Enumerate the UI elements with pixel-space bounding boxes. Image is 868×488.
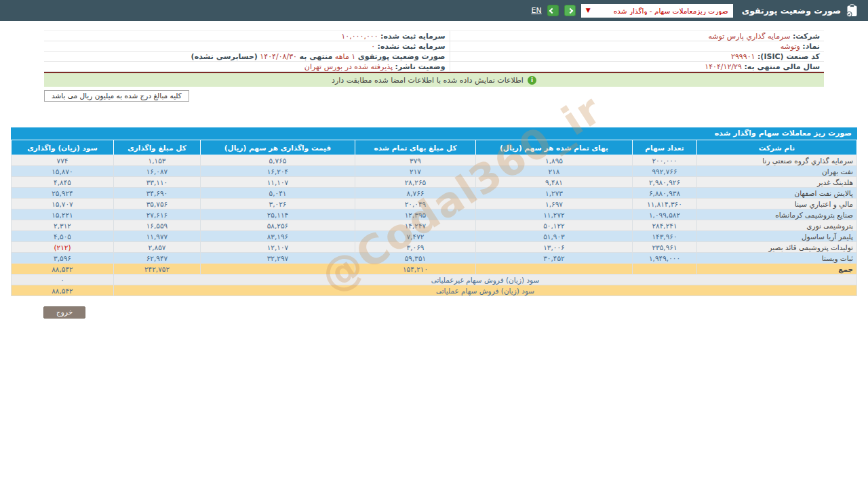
column-header: کل مبلغ بهای تمام شده <box>355 140 476 155</box>
row-label: سود (زیان) فروش سهام غیرعملیاتی <box>114 274 857 285</box>
value-cell: ۱۵,۲۲۱ <box>12 209 114 220</box>
row-label: سود (زیان) فروش سهام عملیاتی <box>114 285 857 296</box>
value-cell: ۹۹۲,۷۶۶ <box>633 166 697 177</box>
symbol-field: نماد: وتوشه <box>450 41 824 52</box>
value-cell: ۲۸,۲۶۵ <box>355 177 476 188</box>
value-cell: ۱۶,۲۰۴ <box>201 166 355 177</box>
value-cell: ۲۰,۰۴۹ <box>355 199 476 209</box>
signature-match-alert: i اطلاعات نمایش داده شده با اطلاعات امضا… <box>44 73 824 87</box>
value-cell: ۸۳,۱۹۶ <box>201 231 355 242</box>
value-cell: ۵,۰۴۱ <box>201 188 355 199</box>
total-transfer-cell: ۲۴۲,۷۵۲ <box>114 264 201 274</box>
field-value: ۰ <box>371 42 375 51</box>
value-cell: ۲,۸۵۷ <box>114 242 201 253</box>
table-header-row: نام شرکت تعداد سهام بهای تمام شده هر سهم… <box>12 140 857 155</box>
value-cell: ۱,۸۹۵ <box>476 155 633 166</box>
company-info-panel: شرکت: سرمایه گذاري پارس توشه سرمایه ثبت … <box>44 30 824 72</box>
value-cell: ۱,۰۹۹,۵۸۲ <box>633 209 697 220</box>
company-name-cell: هلدینگ غدیر <box>697 177 857 188</box>
operating-profit-row: سود (زیان) فروش سهام عملیاتی ۸۸,۵۴۲ <box>12 285 857 296</box>
value-cell: ۲۸۴,۲۴۱ <box>633 220 697 231</box>
total-gain-cell: ۸۸,۵۴۲ <box>12 264 114 274</box>
audit-status-label: (حسابرسی نشده) <box>191 52 258 61</box>
nav-back-button[interactable] <box>547 5 559 16</box>
value-cell: ۱,۱۵۳ <box>114 155 201 166</box>
exit-button[interactable]: خروج <box>43 306 85 319</box>
field-value: پذیرفته شده در بورس تهران <box>304 62 393 71</box>
value-cell: ۲,۹۸۰,۹۲۶ <box>633 177 697 188</box>
value-cell: ۵۹,۳۵۱ <box>355 253 476 264</box>
field-label: صورت وضعیت پورتفوی <box>358 52 446 61</box>
company-field: شرکت: سرمایه گذاري پارس توشه <box>450 31 824 41</box>
table-row: پتروشیمی نوری۲۸۴,۲۴۱۵۰,۱۲۲۱۴,۲۴۷۵۸,۲۵۶۱۶… <box>12 220 857 231</box>
info-row: سال مالی منتهی به: ۱۴۰۴/۱۲/۲۹ وضعیت ناشر… <box>44 62 824 72</box>
total-cost-cell: ۱۵۴,۲۱۰ <box>355 264 476 274</box>
value-cell: ۲,۳۱۲ <box>12 220 114 231</box>
caret-down-icon: ▼ <box>586 7 591 14</box>
value-cell: ۱۱,۲۷۲ <box>476 209 633 220</box>
column-header: نام شرکت <box>697 140 857 155</box>
value-cell: (۲۱۲) <box>12 242 114 253</box>
value-cell: ۳۰,۴۵۲ <box>476 253 633 264</box>
chevron-right-icon <box>568 7 573 13</box>
stock-table: نام شرکت تعداد سهام بهای تمام شده هر سهم… <box>11 140 857 296</box>
language-link[interactable]: EN <box>531 6 541 15</box>
field-label: سرمایه ثبت شده: <box>380 32 445 41</box>
stock-table-body: سرمایه گذاري گروه صنعتي رنا۲۰۰,۰۰۰۱,۸۹۵۳… <box>12 155 857 264</box>
field-label: شرکت: <box>793 32 820 41</box>
info-row: کد صنعت (ISIC): ۲۹۹۹۰۱ صورت وضعیت پورتفو… <box>44 52 824 62</box>
value-cell: ۲۵,۹۲۴ <box>12 188 114 199</box>
value-cell: ۱۱,۸۱۴,۳۶۰ <box>633 199 697 209</box>
value-cell: ۱۶,۰۸۷ <box>114 166 201 177</box>
column-header: کل مبلغ واگذاری <box>114 140 201 155</box>
field-value: ۲۹۹۹۰۱ <box>731 52 755 61</box>
value-cell: ۱۱,۹۷۷ <box>114 231 201 242</box>
value-cell: ۱,۶۹۷ <box>476 199 633 209</box>
company-name-cell: صنایع پتروشیمی کرمانشاه <box>697 209 857 220</box>
field-value: ۱۰,۰۰۰,۰۰۰ <box>341 32 378 41</box>
table-row: تولیدات پتروشیمی قائد بصیر۲۳۵,۹۶۱۱۳,۰۰۶۳… <box>12 242 857 253</box>
value-cell <box>201 264 355 274</box>
value-cell: ۲۱۷ <box>355 166 476 177</box>
value-cell: ۷,۴۷۲ <box>355 231 476 242</box>
value-cell: ۵۸,۲۵۶ <box>201 220 355 231</box>
value-cell: ۱۱,۱۰۷ <box>201 177 355 188</box>
column-header: تعداد سهام <box>633 140 697 155</box>
field-label: کد صنعت (ISIC): <box>757 52 820 61</box>
value-cell: ۵۰,۱۲۲ <box>476 220 633 231</box>
value-cell: ۵۱,۹۰۳ <box>476 231 633 242</box>
value-cell: ۱۲,۳۹۵ <box>355 209 476 220</box>
field-label: سال مالی منتهی به: <box>744 62 820 71</box>
total-row: جمع ۱۵۴,۲۱۰ ۲۴۲,۷۵۲ ۸۸,۵۴۲ <box>12 264 857 274</box>
value-cell: ۸,۷۶۶ <box>355 188 476 199</box>
period-end-date: ۱۴۰۴/۰۸/۳۰ <box>260 52 297 61</box>
info-icon: i <box>528 76 536 85</box>
table-row: سرمایه گذاري گروه صنعتي رنا۲۰۰,۰۰۰۱,۸۹۵۳… <box>12 155 857 166</box>
value-cell: ۱,۲۷۳ <box>476 188 633 199</box>
value-cell: ۲۷,۶۱۶ <box>114 209 201 220</box>
value-cell: ۷۷۴ <box>12 155 114 166</box>
fiscal-year-field: سال مالی منتهی به: ۱۴۰۴/۱۲/۲۹ <box>450 62 824 72</box>
field-label: وضعیت ناشر: <box>395 62 446 71</box>
nonoperating-profit-row: سود (زیان) فروش سهام غیرعملیاتی ۰ <box>12 274 857 285</box>
table-row: هلدینگ غدیر۲,۹۸۰,۹۲۶۹,۴۸۱۲۸,۲۶۵۱۱,۱۰۷۳۳,… <box>12 177 857 188</box>
clipboard-icon <box>846 4 858 17</box>
value-cell: ۲۳۵,۹۶۱ <box>633 242 697 253</box>
issuer-status-field: وضعیت ناشر: پذیرفته شده در بورس تهران <box>44 62 450 72</box>
value-cell: ۳,۰۲۶ <box>201 199 355 209</box>
period-value: ۱ ماهه <box>335 52 355 61</box>
table-row: صنایع پتروشیمی کرمانشاه۱,۰۹۹,۵۸۲۱۱,۲۷۲۱۲… <box>12 209 857 220</box>
value-cell: ۳,۵۹۶ <box>12 253 114 264</box>
value-cell: ۱۴۳,۹۶۰ <box>633 231 697 242</box>
report-type-select[interactable]: صورت ریزمعاملات سهام - واگذار شده ▼ <box>581 4 733 18</box>
value-cell: ۱۲,۱۰۷ <box>201 242 355 253</box>
value-cell: ۴,۵۰۵ <box>12 231 114 242</box>
nav-forward-button[interactable] <box>564 5 576 16</box>
value-cell <box>476 264 633 274</box>
value-cell: ۰ <box>12 274 114 285</box>
unit-note: کلیه مبالغ درج شده به میلیون ریال می باش… <box>44 90 189 102</box>
column-header: سود (زیان) واگذاری <box>12 140 114 155</box>
value-cell: ۵,۷۶۵ <box>201 155 355 166</box>
field-label: نماد: <box>802 42 820 51</box>
table-row: پالایش نفت اصفهان۶,۸۸۰,۹۳۸۱,۲۷۳۸,۷۶۶۵,۰۴… <box>12 188 857 199</box>
